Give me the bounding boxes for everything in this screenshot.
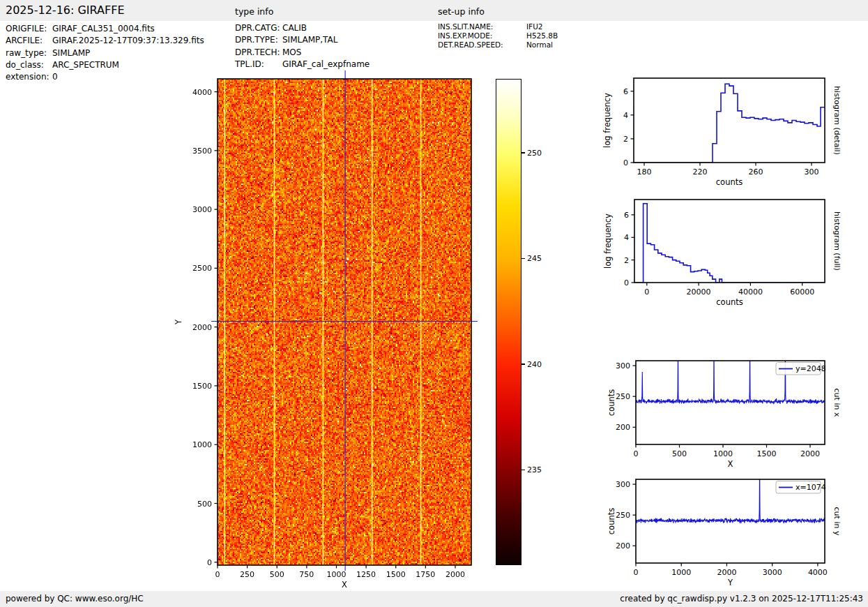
y-axis-label: counts [607, 508, 616, 534]
y-axis-label: log frequency [602, 93, 612, 148]
cut-in-y-plot: 01000200030004000200250300Ycountscut in … [636, 479, 825, 563]
info-row: TPL.ID:GIRAF_cal_expfname [235, 59, 264, 69]
info-label: do_class: [6, 60, 44, 70]
x-tick-label: 0 [644, 287, 649, 297]
info-row: raw_type:SIMLAMP [6, 48, 47, 58]
info-value: GIRAF_CAL351_0004.fits [52, 24, 155, 33]
x-tick-label: 2000 [717, 568, 736, 577]
y-tick-label: 2000 [192, 323, 212, 332]
y-tick-label: 3000 [192, 205, 212, 214]
histogram-full-plot: 02000040000600000246countslog frequencyh… [634, 200, 825, 283]
page-title: 2025-12-16: GIRAFFE [6, 3, 125, 17]
y-axis-label: counts [607, 389, 616, 416]
x-tick-label: 1750 [416, 570, 435, 579]
x-axis-label: counts [716, 297, 743, 307]
info-label: DPR.TYPE: [235, 35, 278, 45]
series-line [636, 466, 825, 524]
y-tick-label: 500 [197, 500, 212, 509]
x-tick-label: 180 [637, 167, 652, 177]
right-axis-label: histogram (detail) [832, 86, 842, 155]
x-tick-label: 0 [634, 449, 639, 458]
x-tick-label: 20000 [687, 287, 711, 297]
colorbar: 250245240235 [496, 79, 521, 565]
x-tick-label: 3000 [763, 568, 782, 577]
y-tick-label: 1000 [192, 440, 212, 449]
y-tick-label: 200 [616, 541, 630, 550]
x-tick-label: 750 [299, 570, 314, 579]
series-line [636, 347, 825, 404]
x-axis-label: Y [727, 578, 733, 587]
info-row: ARCFILE:GIRAF.2025-12-17T09:37:13.329.fi… [6, 36, 43, 45]
y-tick-label: 200 [616, 423, 630, 432]
x-tick-label: 4000 [808, 568, 828, 577]
info-value: 0 [52, 72, 58, 82]
x-tick-label: 1000 [671, 568, 691, 577]
info-label: ARCFILE: [6, 36, 43, 45]
y-tick-label: 4 [623, 111, 628, 120]
y-tick-label: 250 [616, 392, 630, 401]
header-bar [0, 0, 868, 21]
y-tick-label: 4 [624, 233, 629, 242]
x-axis-label: X [342, 580, 347, 590]
info-value: IFU2 [526, 22, 543, 31]
y-tick-label: 300 [616, 480, 630, 489]
info-row: ORIGFILE:GIRAF_CAL351_0004.fits [6, 24, 47, 33]
legend-label: y=2048 [795, 364, 826, 373]
info-label: INS.SLIT.NAME: [438, 22, 493, 31]
info-value: GIRAF.2025-12-17T09:37:13.329.fits [52, 36, 204, 45]
info-label: raw_type: [6, 48, 47, 58]
setup-info-heading: set-up info [438, 6, 485, 17]
cut-in-x-plot: 0500100015002000200250300Xcountscut in x… [636, 361, 825, 444]
y-tick-label: 0 [624, 278, 629, 287]
info-value: CALIB [282, 23, 307, 33]
axes-frame [218, 79, 471, 565]
colorbar-tick-label: 240 [527, 361, 542, 368]
x-tick-label: 60000 [790, 287, 814, 297]
colorbar-tick-label: 235 [527, 466, 542, 474]
info-value: MOS [282, 47, 301, 57]
x-axis-label: counts [716, 177, 743, 187]
info-value: ARC_SPECTRUM [52, 60, 119, 70]
y-tick-label: 300 [616, 361, 630, 370]
colorbar-tick-label: 250 [527, 149, 542, 157]
axes-frame [634, 200, 825, 283]
x-tick-label: 2000 [446, 570, 465, 579]
y-tick-label: 1500 [192, 382, 212, 391]
qc-report-page: 2025-12-16: GIRAFFE type info set-up inf… [0, 0, 868, 607]
y-tick-label: 0 [207, 558, 212, 567]
info-row: DPR.CATG:CALIB [235, 23, 280, 33]
y-axis-label: Y [174, 319, 183, 325]
y-tick-label: 2 [624, 256, 629, 265]
x-tick-label: 300 [805, 167, 819, 177]
info-row: DPR.TECH:MOS [235, 47, 280, 57]
x-tick-label: 500 [270, 570, 284, 579]
footer-powered-by-link[interactable]: powered by QC: www.eso.org/HC [6, 594, 144, 604]
series-line [634, 84, 825, 163]
histogram-detail-plot: 1802202603000246countslog frequencyhisto… [634, 78, 825, 163]
x-tick-label: 2000 [800, 449, 820, 458]
right-axis-label: histogram (full) [832, 211, 842, 271]
colorbar-tick [521, 470, 525, 471]
y-tick-label: 6 [624, 211, 629, 220]
info-row: DET.READ.SPEED:Normal [438, 40, 503, 49]
info-label: ORIGFILE: [6, 24, 47, 33]
info-value: GIRAF_cal_expfname [282, 59, 370, 69]
y-tick-label: 2 [623, 135, 628, 144]
info-label: extension: [6, 72, 50, 82]
x-tick-label: 0 [634, 568, 639, 577]
x-axis-label: X [728, 459, 733, 469]
info-row: DPR.TYPE:SIMLAMP,TAL [235, 35, 278, 45]
info-row: INS.EXP.MODE:H525.8B [438, 31, 492, 40]
x-tick-label: 220 [693, 167, 708, 177]
info-label: DPR.CATG: [235, 23, 280, 33]
detector-image-plot: 0250500750100012501500175020000500100015… [218, 79, 471, 565]
info-value: SIMLAMP [52, 48, 90, 58]
y-tick-label: 3500 [192, 147, 212, 156]
x-tick-label: 0 [215, 570, 220, 579]
y-tick-label: 6 [623, 87, 628, 96]
colorbar-gradient [496, 79, 521, 565]
colorbar-tick [521, 364, 525, 365]
colorbar-tick [521, 152, 525, 153]
x-tick-label: 1000 [713, 449, 733, 458]
info-label: DPR.TECH: [235, 47, 280, 57]
